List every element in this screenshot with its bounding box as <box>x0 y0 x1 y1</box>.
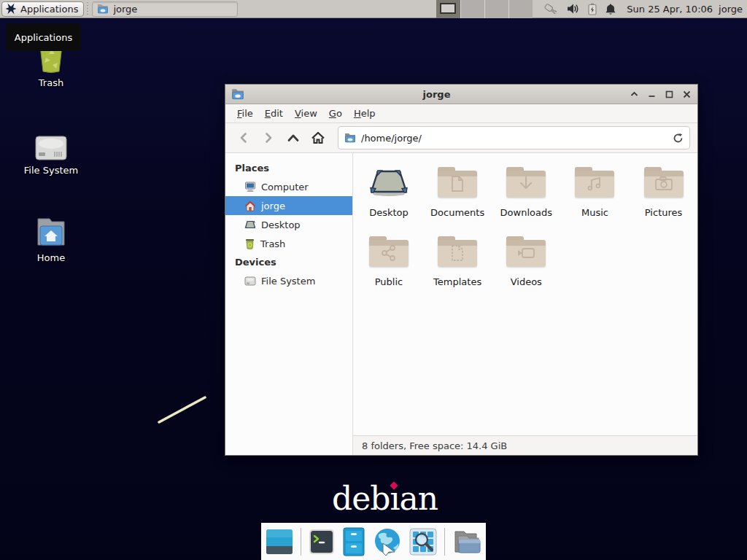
folder-icon <box>369 236 409 267</box>
folder-label: Pictures <box>645 207 682 218</box>
refresh-icon[interactable] <box>673 133 684 144</box>
taskbar-window-label: jorge <box>113 4 137 15</box>
home-button[interactable] <box>307 128 329 148</box>
folder-label: Music <box>581 207 608 218</box>
volume-icon[interactable] <box>567 3 580 15</box>
minimize-button[interactable] <box>646 89 657 99</box>
folder-desktop[interactable]: Desktop <box>356 163 422 233</box>
show-desktop-icon[interactable] <box>266 529 293 555</box>
sidebar-item-desktop[interactable]: Desktop <box>225 215 352 234</box>
folder-icon <box>438 167 477 198</box>
desktop-icon-label: Home <box>37 252 65 263</box>
up-button[interactable] <box>282 128 304 148</box>
desktop-icon-label: Trash <box>39 77 63 88</box>
menu-edit[interactable]: Edit <box>259 106 289 121</box>
debian-logo-i: ı <box>390 480 399 517</box>
document-glyph <box>449 175 465 192</box>
download-arrow-glyph <box>517 175 535 192</box>
folder-templates[interactable]: Templates <box>425 233 490 302</box>
sidebar-item-jorge[interactable]: jorge <box>225 196 352 215</box>
sidebar-item-label: Trash <box>260 238 285 249</box>
desktop-icon-label: File System <box>24 165 78 176</box>
trash-mini-icon <box>244 238 255 249</box>
folder-pictures[interactable]: Pictures <box>631 163 697 233</box>
folder-label: Downloads <box>500 207 552 218</box>
folder-label: Templates <box>433 276 481 287</box>
folder-label: Videos <box>511 276 542 287</box>
folder-downloads[interactable]: Downloads <box>493 163 559 233</box>
menu-go[interactable]: Go <box>323 106 348 121</box>
content-area: Desktop Documents <box>353 153 697 455</box>
back-button[interactable] <box>233 128 255 148</box>
directory-icon[interactable] <box>452 529 481 555</box>
folder-label: Documents <box>430 207 484 218</box>
web-browser-icon[interactable] <box>373 527 402 556</box>
music-notes-glyph <box>586 175 603 192</box>
debian-logo-text: deb <box>332 480 390 517</box>
folder-icon <box>644 167 684 198</box>
applications-tooltip: Applications <box>6 23 81 51</box>
workspace-1[interactable] <box>436 0 460 18</box>
workspace-window-preview <box>440 3 456 14</box>
sidebar-item-label: Desktop <box>261 219 301 230</box>
workspace-4[interactable] <box>508 0 533 18</box>
folder-music[interactable]: Music <box>562 163 627 233</box>
folder-icon <box>506 236 546 267</box>
folder-documents[interactable]: Documents <box>425 163 490 233</box>
window-folder-icon <box>231 88 244 100</box>
folder-public[interactable]: Public <box>356 233 422 302</box>
maximize-button[interactable] <box>664 89 674 99</box>
sidebar-header-places: Places <box>225 159 352 177</box>
close-button[interactable] <box>681 89 692 99</box>
share-glyph <box>380 244 398 262</box>
menu-bar: File Edit View Go Help <box>225 104 697 123</box>
desktop: Applications jorge <box>0 0 747 560</box>
sidebar-item-label: Computer <box>261 182 309 192</box>
window-titlebar[interactable]: jorge <box>225 85 697 104</box>
bell-icon[interactable] <box>605 3 616 15</box>
desktop-folder-icon <box>368 163 409 201</box>
terminal-icon[interactable] <box>309 529 335 555</box>
app-finder-icon[interactable] <box>409 528 437 556</box>
desktop-mini-icon <box>244 219 256 230</box>
menu-file[interactable]: File <box>231 106 259 121</box>
menu-help[interactable]: Help <box>348 106 382 121</box>
desktop-icon-file-system[interactable]: File System <box>16 125 86 176</box>
panel-handle[interactable] <box>85 2 90 15</box>
path-bar[interactable] <box>338 126 690 149</box>
top-panel: Applications jorge <box>0 0 747 18</box>
sidebar-item-file-system[interactable]: File System <box>225 271 352 290</box>
sidebar: Places Computer <box>225 153 353 455</box>
camera-glyph <box>654 176 673 192</box>
battery-charging-icon[interactable] <box>588 3 597 15</box>
taskbar-window-button[interactable]: jorge <box>92 1 238 17</box>
sidebar-item-trash[interactable]: Trash <box>225 234 352 253</box>
tooltip-text: Applications <box>15 32 72 43</box>
workspace-pager <box>436 0 533 18</box>
applications-menu-button[interactable]: Applications <box>1 1 84 17</box>
menu-view[interactable]: View <box>289 106 323 121</box>
applications-menu-label: Applications <box>20 4 78 15</box>
file-manager-window: jorge File Edit View Go Help <box>225 84 698 456</box>
status-text: 8 folders, Free space: 14.4 GiB <box>362 440 507 451</box>
template-document-glyph <box>449 244 465 262</box>
power-plug-icon[interactable] <box>543 2 559 15</box>
file-cabinet-icon[interactable] <box>342 527 365 556</box>
xfce-applications-icon <box>5 3 17 15</box>
window-body: Places Computer <box>225 153 697 455</box>
desktop-icon-home[interactable]: Home <box>16 213 86 263</box>
sidebar-header-devices: Devices <box>225 253 352 271</box>
workspace-3[interactable] <box>484 0 508 18</box>
panel-user-button[interactable]: jorge <box>719 4 743 15</box>
system-tray <box>543 2 616 15</box>
computer-icon <box>244 182 256 192</box>
workspace-2[interactable] <box>460 0 484 18</box>
folder-videos[interactable]: Videos <box>493 233 559 302</box>
panel-clock[interactable]: Sun 25 Apr, 10:06 <box>627 4 713 15</box>
sidebar-item-label: jorge <box>261 201 285 211</box>
pathbar-folder-icon <box>344 133 356 143</box>
shade-button[interactable] <box>629 89 639 99</box>
path-input[interactable] <box>361 133 667 144</box>
forward-button[interactable] <box>258 128 279 148</box>
sidebar-item-computer[interactable]: Computer <box>225 177 352 196</box>
